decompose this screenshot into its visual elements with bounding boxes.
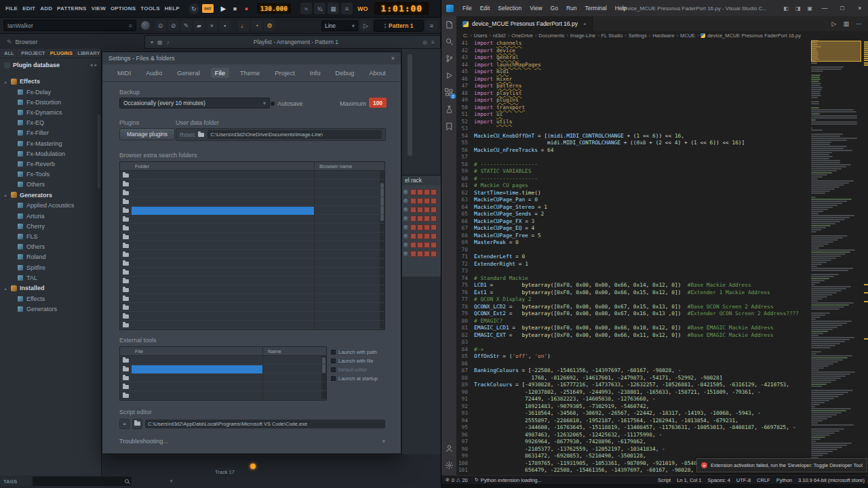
tool-shape-select[interactable]: Line ▾ xyxy=(321,20,358,31)
step-cell[interactable] xyxy=(410,251,416,257)
menu-tools[interactable]: TOOLS xyxy=(138,5,161,12)
maximum-value-field[interactable]: 100 xyxy=(369,98,387,108)
user-data-path-input[interactable]: C:\Users\rd3d2\OneDrive\Documents\Image-… xyxy=(208,130,382,139)
code-line[interactable]: 64MackieCUPage_Stereo = 1 xyxy=(456,204,811,211)
table-row[interactable] xyxy=(120,277,384,285)
settings-tab-project[interactable]: Project xyxy=(271,68,299,78)
menu-view[interactable]: VIEW xyxy=(90,5,108,12)
browser-tab-all[interactable]: ALL xyxy=(0,49,17,58)
step-cell[interactable] xyxy=(417,189,423,195)
step-cell[interactable] xyxy=(424,189,430,195)
code-line[interactable]: 63MackieCUPage_Pan = 0 xyxy=(456,197,811,204)
tree-item-applied-acoustics[interactable]: Applied Acoustics xyxy=(0,201,101,211)
track-label[interactable]: Track 17 xyxy=(210,468,239,476)
add-track-button[interactable]: + xyxy=(170,478,173,485)
pattern-stepper-icon[interactable]: ▴▾ xyxy=(384,22,387,28)
code-line[interactable]: 75LCD1 = bytearray([0xF0, 0x00, 0x00, 0x… xyxy=(456,282,811,289)
delete-icon[interactable]: × xyxy=(206,20,218,31)
table-row[interactable] xyxy=(120,312,384,321)
browser-tab-plugins[interactable]: PLUGINS xyxy=(46,49,74,58)
code-line[interactable]: 87BankingColours = [-22508, -15461356, -… xyxy=(456,367,811,375)
mute-icon[interactable]: ▪ xyxy=(219,20,231,31)
tab-close-icon[interactable]: × xyxy=(583,21,587,27)
account-icon[interactable] xyxy=(441,440,456,457)
browser-tab-project[interactable]: PROJECT xyxy=(17,49,46,58)
breadcrumb-item[interactable]: MCUE xyxy=(680,33,695,39)
tree-item-tal[interactable]: TAL xyxy=(0,272,101,283)
run-button[interactable]: ▷ xyxy=(832,20,837,27)
menu-file[interactable]: File xyxy=(458,5,476,12)
menu-patterns[interactable]: PATTERNS xyxy=(55,5,89,12)
checkbox[interactable] xyxy=(331,359,336,363)
code-line[interactable]: 93 -3618564, -34560, -30692, -26567, -22… xyxy=(456,410,811,418)
breadcrumb-item[interactable]: device_MCUE Presonus FaderPort 16.py xyxy=(707,33,801,39)
run-debug-icon[interactable] xyxy=(441,67,456,84)
status-message[interactable]: ↻ Python extension loading... xyxy=(475,477,542,483)
code-line[interactable]: 91 72449, -16382223, -14605838, -1276366… xyxy=(456,396,811,403)
arrow-left-icon[interactable]: ◂ xyxy=(90,62,93,68)
step-cell[interactable] xyxy=(410,233,416,239)
settings-tab-theme[interactable]: Theme xyxy=(236,68,264,78)
step-cell[interactable] xyxy=(417,198,423,204)
code-line[interactable]: 96 4987463, -12632065, -12425632, -11175… xyxy=(456,432,811,439)
menu-edit[interactable]: EDIT xyxy=(20,5,37,12)
table-row[interactable] xyxy=(120,373,326,382)
code-line[interactable]: 82EMAGIC_EXT = bytearray([0xF0, 0x00, 0x… xyxy=(456,332,811,340)
tree-item-fx-filter[interactable]: Fx-Filter xyxy=(0,128,101,138)
play-tool-button[interactable]: ▷ xyxy=(360,20,372,31)
notification-toast[interactable]: × Extension activation failed, run the '… xyxy=(696,458,867,472)
tree-group-generators[interactable]: ▴Generators xyxy=(0,190,101,201)
code-line[interactable]: 65MackieCUPage_Sends = 2 xyxy=(456,211,811,218)
code-line[interactable]: 55 midi.MIDI_CONTROLCHANGE + ((0x8 + (2 … xyxy=(456,140,811,147)
code-line[interactable]: 61# Mackie CU pages xyxy=(456,182,811,190)
tree-item-fx-eq[interactable]: Fx-EQ xyxy=(0,118,101,128)
table-row[interactable] xyxy=(120,197,384,206)
pencil-icon[interactable]: ✎ xyxy=(180,20,192,31)
breadcrumb-item[interactable]: rd3d2 xyxy=(493,33,506,39)
code-line[interactable]: 68MackieCUPage_Free = 5 xyxy=(456,232,811,240)
metronome-icon[interactable]: ♩ xyxy=(238,20,250,31)
countdown-icon[interactable]: ◔ xyxy=(251,20,262,31)
grid-icon[interactable]: ▦ xyxy=(157,39,163,45)
table-row[interactable] xyxy=(120,206,384,215)
playlist-menu-icon[interactable]: ▾ xyxy=(151,39,153,45)
tree-item-fx-delay[interactable]: Fx-Delay xyxy=(0,87,101,97)
plugin-database-header[interactable]: Plugin database ◂ ▸ xyxy=(0,58,101,72)
tree-item-fx-modulation[interactable]: Fx-Modulation xyxy=(0,148,101,159)
browse-folder-button[interactable] xyxy=(132,419,142,429)
tempo-display[interactable]: 130.000 xyxy=(257,3,291,14)
close-button[interactable]: × xyxy=(851,0,868,16)
settings-gear-icon[interactable] xyxy=(441,457,456,474)
loop-record-button[interactable]: ↻ xyxy=(189,3,199,14)
target-icon[interactable]: ◎ xyxy=(422,39,427,45)
test-icon[interactable] xyxy=(441,101,456,118)
code-line[interactable]: 46import mixer xyxy=(456,76,811,83)
code-line[interactable]: 60# ------------------ xyxy=(456,176,811,183)
autosave-led[interactable] xyxy=(271,102,275,106)
table-row[interactable] xyxy=(120,188,384,197)
grid-icon[interactable]: ▦ xyxy=(328,3,339,14)
settings-tab-debug[interactable]: Debug xyxy=(331,68,358,78)
backup-mode-select[interactable]: Occasionally (every 10 minutes) ▾ xyxy=(119,98,270,108)
note-icon[interactable]: ♪ xyxy=(167,39,170,45)
breadcrumb-item[interactable]: Hardware xyxy=(652,33,675,39)
tags-panel[interactable]: TAGS xyxy=(0,476,31,486)
overview-ruler[interactable] xyxy=(863,40,868,475)
breadcrumb-item[interactable]: Documents xyxy=(538,33,564,39)
step-cell[interactable] xyxy=(410,224,416,230)
breadcrumb-item[interactable]: FL Studio xyxy=(601,33,623,39)
breadcrumb-item[interactable]: C: xyxy=(463,33,469,39)
table-row[interactable] xyxy=(120,259,384,268)
breadcrumb-item[interactable]: Settings xyxy=(629,33,647,39)
step-cell[interactable] xyxy=(424,198,430,204)
code-line[interactable]: 70 xyxy=(456,247,811,254)
menu-go[interactable]: Go xyxy=(547,5,562,12)
menu-edit[interactable]: Edit xyxy=(476,5,494,12)
code-line[interactable]: 85OffOnStr = ('off', 'on') xyxy=(456,353,811,361)
status-python[interactable]: Python xyxy=(776,477,792,483)
channel-row[interactable] xyxy=(403,232,441,241)
status-script[interactable]: Script xyxy=(658,477,671,483)
code-line[interactable]: 86 xyxy=(456,361,811,368)
maximize-button[interactable]: □ xyxy=(833,0,851,16)
channel-row[interactable] xyxy=(403,197,441,205)
